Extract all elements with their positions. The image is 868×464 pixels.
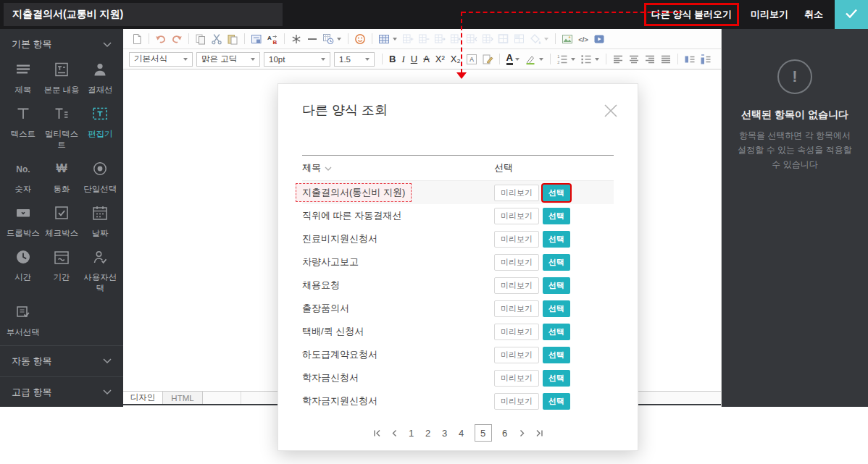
chevron-down-icon[interactable] <box>539 58 543 61</box>
sidebar-section-advanced[interactable]: 고급 항목 <box>0 377 123 408</box>
next-page-icon[interactable] <box>518 429 526 437</box>
outdent-icon[interactable] <box>683 53 697 66</box>
tab-design[interactable]: 디자인 <box>123 392 163 404</box>
code-icon[interactable]: </> <box>576 33 591 46</box>
sidebar-item-body-content[interactable]: 본문 내용 <box>42 61 80 96</box>
cancel-button[interactable]: 취소 <box>804 8 823 21</box>
sidebar-item-title[interactable]: 제목 <box>4 61 42 96</box>
find-replace-icon[interactable]: AB <box>265 33 280 46</box>
new-document-icon[interactable] <box>130 33 144 46</box>
select-button[interactable]: 선택 <box>543 231 570 248</box>
column-title-sort[interactable]: 제목 <box>302 161 332 174</box>
select-button[interactable]: 선택 <box>543 300 570 317</box>
select-button[interactable]: 선택 <box>543 370 570 387</box>
copy-icon[interactable] <box>193 33 208 46</box>
select-button[interactable]: 선택 <box>543 185 570 201</box>
underline-button[interactable]: U <box>411 54 417 64</box>
table-icon[interactable] <box>377 33 391 46</box>
close-icon[interactable] <box>603 103 619 122</box>
sidebar-item-currency[interactable]: ₩통화 <box>42 160 80 195</box>
confirm-button[interactable] <box>835 0 868 29</box>
bold-button[interactable]: B <box>389 54 396 64</box>
sidebar-item-dropdown[interactable]: 드롭박스 <box>4 204 42 239</box>
load-other-form-button[interactable]: 다른 양식 불러오기 <box>644 3 739 26</box>
emoticon-icon[interactable] <box>353 33 367 46</box>
prev-page-icon[interactable] <box>391 429 398 437</box>
sidebar-item-dept-select[interactable]: 부서선택 <box>4 303 42 338</box>
image-icon[interactable] <box>560 33 575 46</box>
undo-icon[interactable] <box>154 33 168 46</box>
page-4[interactable]: 4 <box>458 428 465 439</box>
subscript-button[interactable]: X₂ <box>451 54 461 64</box>
align-justify-icon[interactable] <box>659 53 673 66</box>
sidebar-item-period[interactable]: 기간 <box>42 248 80 294</box>
page-2[interactable]: 2 <box>425 428 432 439</box>
preview-button-topbar[interactable]: 미리보기 <box>751 8 788 21</box>
sidebar-item-editor[interactable]: 편집기 <box>81 105 120 151</box>
tab-html[interactable]: HTML <box>163 392 203 404</box>
preview-button[interactable]: 미리보기 <box>494 300 539 317</box>
preview-button[interactable]: 미리보기 <box>494 231 539 248</box>
highlight-icon[interactable]: A <box>464 53 479 66</box>
page-5-current[interactable]: 5 <box>475 424 492 442</box>
sidebar-item-multitext[interactable]: 멀티텍스트 <box>42 105 80 151</box>
superscript-button[interactable]: X² <box>435 54 445 64</box>
media-icon[interactable] <box>592 33 606 46</box>
select-button[interactable]: 선택 <box>543 208 570 224</box>
page-3[interactable]: 3 <box>441 428 448 439</box>
preview-button[interactable]: 미리보기 <box>494 347 539 363</box>
preview-button[interactable]: 미리보기 <box>494 324 539 340</box>
page-1[interactable]: 1 <box>408 428 415 439</box>
preview-button[interactable]: 미리보기 <box>494 254 539 271</box>
select-button[interactable]: 선택 <box>543 277 570 294</box>
sidebar-item-checkbox[interactable]: 체크박스 <box>42 204 80 239</box>
first-page-icon[interactable] <box>373 429 381 437</box>
preview-button[interactable]: 미리보기 <box>494 370 539 387</box>
preview-button[interactable]: 미리보기 <box>494 208 539 224</box>
preview-button[interactable]: 미리보기 <box>494 393 539 410</box>
italic-button[interactable]: I <box>401 54 404 64</box>
line-height-select[interactable]: 1.5 <box>334 52 375 67</box>
remove-format-icon[interactable] <box>480 53 495 66</box>
sidebar-item-approval-line[interactable]: 결재선 <box>81 61 120 96</box>
select-button[interactable]: 선택 <box>543 254 570 271</box>
chevron-down-icon[interactable] <box>571 58 575 61</box>
save-image-icon[interactable] <box>249 33 264 46</box>
indent-icon[interactable] <box>698 53 713 66</box>
select-button[interactable]: 선택 <box>543 324 570 340</box>
chevron-down-icon[interactable] <box>515 58 519 61</box>
sidebar-section-auto[interactable]: 자동 항목 <box>0 346 123 376</box>
form-title-input[interactable] <box>4 3 283 26</box>
redo-icon[interactable] <box>170 33 184 46</box>
bullet-list-icon[interactable] <box>579 53 593 66</box>
chevron-down-icon[interactable] <box>595 58 599 61</box>
font-color-button[interactable]: A <box>506 53 513 65</box>
numbered-list-icon[interactable]: 12 <box>555 53 569 66</box>
last-page-icon[interactable] <box>535 429 543 437</box>
preview-button[interactable]: 미리보기 <box>494 277 539 294</box>
cut-icon[interactable] <box>209 33 224 46</box>
sidebar-item-time[interactable]: 시간 <box>4 248 42 294</box>
background-color-icon[interactable] <box>523 53 538 66</box>
sidebar-item-text[interactable]: 텍스트 <box>4 105 42 151</box>
sidebar-item-user-select[interactable]: 사용자선택 <box>81 248 120 294</box>
align-left-icon[interactable] <box>611 53 625 66</box>
page-6[interactable]: 6 <box>501 428 509 439</box>
insert-date-icon[interactable] <box>321 33 335 46</box>
sidebar-section-basic[interactable]: 기본 항목 <box>0 29 123 59</box>
font-family-select[interactable]: 맑은 고딕 <box>196 52 260 67</box>
sidebar-item-single-select[interactable]: 단일선택 <box>81 160 120 195</box>
select-button[interactable]: 선택 <box>543 393 570 410</box>
special-character-icon[interactable] <box>289 33 304 46</box>
sidebar-item-date[interactable]: 날짜 <box>81 204 120 239</box>
font-size-select[interactable]: 10pt <box>264 52 330 67</box>
sidebar-item-number[interactable]: No.숫자 <box>4 160 42 195</box>
select-button[interactable]: 선택 <box>543 347 570 363</box>
strikethrough-button[interactable]: A <box>423 54 430 64</box>
align-center-icon[interactable] <box>627 53 641 66</box>
paste-icon[interactable] <box>225 33 240 46</box>
align-right-icon[interactable] <box>643 53 657 66</box>
horizontal-line-icon[interactable] <box>305 33 320 46</box>
paragraph-style-select[interactable]: 기본서식 <box>129 52 193 67</box>
preview-button[interactable]: 미리보기 <box>494 185 539 201</box>
